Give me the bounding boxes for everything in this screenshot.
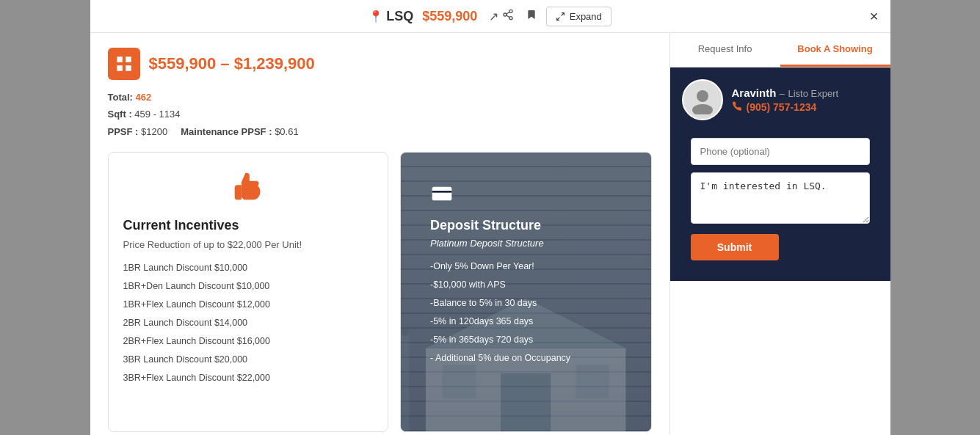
top-bar: 📍 LSQ $559,900 ↗ Expand ×	[90, 0, 890, 33]
tab-request-info[interactable]: Request Info	[670, 33, 780, 67]
sqft-label: Sqft :	[108, 109, 132, 120]
list-item: 1BR Launch Discount $10,000	[123, 259, 374, 277]
tab-book-showing[interactable]: Book A Showing	[780, 33, 890, 67]
svg-point-21	[692, 104, 713, 114]
expand-label: Expand	[570, 11, 602, 22]
phone-icon	[732, 101, 742, 114]
bookmark-button[interactable]	[523, 6, 540, 26]
svg-point-17	[401, 327, 409, 335]
svg-point-2	[509, 17, 512, 20]
list-item: 1BR+Den Launch Discount $10,000	[123, 277, 374, 296]
deposit-subtitle: Platinum Deposit Structure	[430, 238, 622, 249]
incentives-subtitle: Price Reduction of up to $22,000 Per Uni…	[123, 239, 374, 250]
ppsf-value: $1200	[141, 126, 167, 137]
list-item: 3BR Launch Discount $20,000	[123, 351, 374, 369]
discount-list: 1BR Launch Discount $10,0001BR+Den Launc…	[123, 259, 374, 387]
list-item: - Additional 5% due on Occupancy	[430, 349, 622, 368]
svg-point-0	[509, 10, 512, 12]
list-item: 1BR+Flex Launch Discount $12,000	[123, 296, 374, 314]
lsq-label: 📍 LSQ	[369, 9, 413, 24]
svg-point-1	[504, 13, 507, 16]
list-item: -5% in 120days 365 days	[430, 312, 622, 331]
incentives-title: Current Incentives	[123, 218, 374, 233]
modal-container: 📍 LSQ $559,900 ↗ Expand ×	[90, 0, 890, 435]
sqft-value: 459 - 1134	[134, 109, 180, 120]
phone-input[interactable]	[691, 138, 870, 165]
ppsf-row: PPSF : $1200 Maintenance PPSF : $0.61	[108, 123, 652, 140]
maintenance-label: Maintenance PPSF :	[181, 126, 272, 137]
pin-icon: 📍	[369, 10, 383, 23]
deposit-list: -Only 5% Down Per Year!-$10,000 with APS…	[430, 257, 622, 368]
thumb-icon	[123, 170, 374, 209]
svg-rect-18	[432, 187, 452, 201]
agent-separator: –	[780, 88, 785, 99]
price-range: $559,900 – $1,239,900	[149, 54, 315, 73]
list-item: 2BR Launch Discount $14,000	[123, 314, 374, 332]
svg-line-3	[506, 15, 509, 18]
lsq-text: LSQ	[386, 9, 413, 24]
svg-rect-8	[126, 56, 131, 62]
modal-overlay: 📍 LSQ $559,900 ↗ Expand ×	[0, 0, 980, 435]
deposit-title: Deposit Structure	[430, 218, 622, 233]
total-value: 462	[136, 92, 152, 103]
top-price: $559,900	[422, 9, 477, 24]
list-item: -Balance to 5% in 30 days	[430, 294, 622, 312]
avatar	[682, 79, 723, 120]
agent-phone-number: (905) 757-1234	[747, 101, 817, 113]
form-section: I'm interested in LSQ. Submit	[682, 129, 879, 269]
building-icon	[108, 48, 140, 80]
deposit-card: Deposit Structure Platinum Deposit Struc…	[400, 152, 652, 432]
message-textarea[interactable]: I'm interested in LSQ.	[691, 172, 870, 224]
svg-rect-7	[117, 56, 123, 62]
ppsf-label: PPSF :	[108, 126, 139, 137]
list-item: 2BR+Flex Launch Discount $16,000	[123, 332, 374, 351]
deposit-content: Deposit Structure Platinum Deposit Struc…	[415, 167, 636, 417]
svg-rect-9	[117, 65, 123, 71]
svg-rect-10	[126, 65, 131, 71]
agent-title: Listo Expert	[788, 88, 838, 99]
list-item: -5% in 365days 720 days	[430, 331, 622, 349]
svg-rect-16	[401, 332, 409, 431]
left-panel: $559,900 – $1,239,900 Total: 462 Sqft : …	[90, 33, 670, 435]
main-content: $559,900 – $1,239,900 Total: 462 Sqft : …	[90, 33, 890, 435]
expand-button[interactable]: Expand	[546, 7, 611, 26]
property-details: Total: 462 Sqft : 459 - 1134 PPSF : $120…	[108, 89, 652, 140]
svg-line-6	[556, 17, 559, 20]
incentives-card: Current Incentives Price Reduction of up…	[108, 152, 389, 432]
total-label: Total:	[108, 92, 133, 103]
sqft-row: Sqft : 459 - 1134	[108, 106, 652, 123]
agent-name-row: Aravinth – Listo Expert	[732, 87, 839, 100]
agent-phone-row: (905) 757-1234	[732, 101, 839, 114]
list-item: -$10,000 with APS	[430, 276, 622, 294]
cards-row: Current Incentives Price Reduction of up…	[108, 152, 652, 432]
close-button[interactable]: ×	[870, 9, 879, 23]
maintenance-value: $0.61	[275, 126, 299, 137]
top-bar-center: 📍 LSQ $559,900 ↗ Expand	[369, 6, 611, 26]
submit-button[interactable]: Submit	[691, 234, 779, 260]
svg-point-20	[697, 90, 708, 102]
right-panel: Request Info Book A Showing	[670, 33, 890, 435]
deposit-icon	[430, 182, 622, 211]
agent-name: Aravinth	[732, 87, 777, 99]
list-item: 3BR+Flex Launch Discount $22,000	[123, 369, 374, 387]
agent-row: Aravinth – Listo Expert (905) 757-1234	[682, 79, 879, 120]
property-header: $559,900 – $1,239,900	[108, 48, 652, 80]
list-item: -Only 5% Down Per Year!	[430, 257, 622, 276]
house-bg: Deposit Structure Platinum Deposit Struc…	[401, 153, 651, 431]
svg-line-4	[506, 12, 509, 14]
total-row: Total: 462	[108, 89, 652, 106]
svg-line-5	[561, 12, 564, 15]
agent-panel: Aravinth – Listo Expert (905) 757-1234	[670, 67, 890, 281]
top-bar-actions: ↗ Expand	[486, 6, 611, 26]
share-button[interactable]: ↗	[486, 6, 516, 26]
agent-info: Aravinth – Listo Expert (905) 757-1234	[732, 87, 839, 114]
tab-bar: Request Info Book A Showing	[670, 33, 890, 67]
